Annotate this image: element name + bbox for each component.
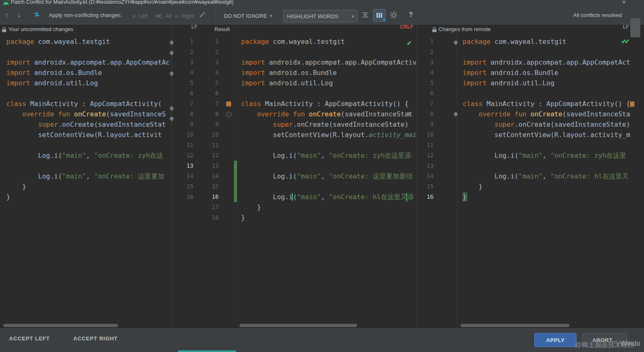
line-number: 13 [172, 161, 196, 171]
line-number: 10 [172, 130, 196, 140]
class-marker-icon[interactable] [226, 101, 231, 106]
window-title: Patch Conflict for MainActivity.kt (D:¥t… [11, 0, 234, 5]
code-line: package com.wayeal.testgit [241, 36, 417, 47]
synchronize-scrolling-button[interactable] [373, 9, 386, 22]
line-number: 16 [417, 192, 436, 202]
close-icon[interactable]: × [622, 0, 626, 5]
magic-resolve-button[interactable] [196, 9, 208, 21]
ignore-policy-value: DO NOT IGNORE [224, 13, 267, 19]
line-number: 11 [417, 140, 436, 150]
ignore-policy-dropdown[interactable]: DO NOT IGNORE ▾ [220, 10, 276, 22]
apply-right-label: Right [181, 13, 194, 19]
applied-change-bar [234, 161, 237, 202]
code-line: Log.i("main", "onCreate: zyh在这里添 [241, 150, 417, 161]
editor-left-code[interactable]: package com.wayeal.testgitimport android… [0, 36, 171, 227]
code-line: Log.i("main", "onCreate: 这里要加新功 [241, 171, 417, 181]
right-eol-label: LF [623, 24, 629, 30]
editor-left-numbers: 12345678910111213141516 [172, 36, 196, 227]
line-number: 4 [417, 68, 436, 78]
code-line [241, 161, 417, 171]
apply-button[interactable]: APPLY [534, 333, 576, 347]
conflict-stripe-mark [630, 101, 634, 107]
line-number: 14 [198, 171, 221, 181]
code-line [463, 88, 630, 99]
code-line: Log.i("main", "onCreate: 这里要加 [6, 171, 171, 181]
code-line [241, 140, 417, 150]
merge-arrows-icon [33, 11, 41, 19]
accept-right-button[interactable]: ACCEPT RIGHT [73, 335, 118, 342]
watermark-text-2: Windo [620, 340, 640, 348]
chevron-down-icon: ▾ [270, 13, 273, 19]
left-horizontal-scrollbar[interactable] [3, 324, 118, 327]
apply-all-button[interactable]: ≪ All [152, 10, 174, 22]
code-line: } [241, 202, 417, 212]
editor-right-code[interactable]: package com.wayeal.testgitimport android… [459, 36, 630, 227]
code-line: import androidx.appcompat.app.AppCompatA… [6, 57, 171, 68]
all-changes-applied-check-icon: ✔ [625, 38, 630, 44]
line-number: 5 [172, 78, 196, 88]
apply-nonconflicting-label: Apply non-conflicting changes: [49, 12, 122, 18]
code-line [241, 47, 417, 57]
line-number: 4 [172, 68, 196, 78]
code-line: Log.i("main", "onCreate: zyh在这 [6, 150, 171, 161]
line-number: 1 [417, 36, 436, 47]
change-marker-pin[interactable] [453, 40, 458, 45]
settings-button[interactable] [388, 9, 399, 21]
apply-left-button[interactable]: » Left [128, 10, 151, 22]
code-line: import android.util.Log [241, 78, 417, 88]
right-pane-title: Changes from remote [439, 26, 491, 32]
help-button[interactable]: ? [405, 9, 417, 21]
line-number: 14 [417, 171, 436, 181]
code-line: setContentView(R.layout.activit [6, 130, 171, 140]
line-number: 5 [417, 78, 436, 88]
line-number: 13 [417, 161, 436, 171]
line-number: 6 [172, 88, 196, 99]
editor-middle-code[interactable]: package com.wayeal.testgitimport android… [237, 36, 417, 227]
bottom-accent-bar [178, 350, 236, 352]
line-number: 9 [417, 119, 436, 130]
line-number: 11 [172, 140, 196, 150]
vertical-scrollbar-thumb[interactable] [630, 18, 640, 37]
chevrons-left-icon: « [175, 12, 178, 19]
code-line: import android.util.Log [6, 78, 171, 88]
line-number: 15 [417, 181, 436, 192]
right-horizontal-scrollbar[interactable] [461, 324, 569, 327]
lock-icon [2, 27, 7, 32]
line-number: 7 [198, 99, 221, 109]
code-line: import android.util.Log [463, 78, 630, 88]
line-number: 18 [198, 212, 221, 223]
change-marker-pin[interactable] [453, 111, 458, 117]
collapse-unchanged-button[interactable] [359, 9, 371, 21]
magic-wand-icon [198, 11, 206, 19]
apply-all-nonconflicting-button[interactable] [31, 9, 43, 21]
line-number: 12 [198, 150, 221, 161]
apply-left-label: Left [138, 13, 147, 19]
line-number: 2 [198, 47, 221, 57]
code-line [241, 88, 417, 99]
override-method-icon[interactable]: ↑ [226, 112, 232, 117]
middle-horizontal-scrollbar[interactable] [239, 324, 357, 327]
code-line: package com.wayeal.testgit [6, 36, 171, 47]
collapse-lines-icon [362, 12, 369, 18]
line-number: 14 [172, 171, 196, 181]
active-dot [383, 19, 385, 21]
code-line: class MainActivity : AppCompatActivity()… [241, 99, 417, 109]
apply-right-button[interactable]: « Right [171, 10, 198, 22]
code-line [463, 161, 630, 171]
change-applied-check-icon[interactable]: ✔ [407, 40, 412, 46]
code-line: } [6, 181, 171, 192]
line-number: 8 [417, 109, 436, 119]
line-number: 12 [417, 150, 436, 161]
next-change-button[interactable]: ↓ [13, 9, 25, 21]
code-line: } [241, 212, 417, 223]
line-number: 3 [417, 57, 436, 68]
left-eol-label: LF [191, 24, 198, 30]
code-line [241, 181, 417, 192]
highlight-mode-dropdown[interactable]: HIGHLIGHT WORDS ▾ [283, 10, 358, 22]
line-number: 17 [198, 202, 221, 212]
code-line: class MainActivity : AppCompatActivity( [6, 99, 171, 109]
line-number: 1 [172, 36, 196, 47]
code-line: super.onCreate(savedInstanceState) [463, 119, 630, 130]
accept-left-button[interactable]: ACCEPT LEFT [9, 335, 50, 342]
prev-change-button[interactable]: ↑ [1, 9, 12, 21]
